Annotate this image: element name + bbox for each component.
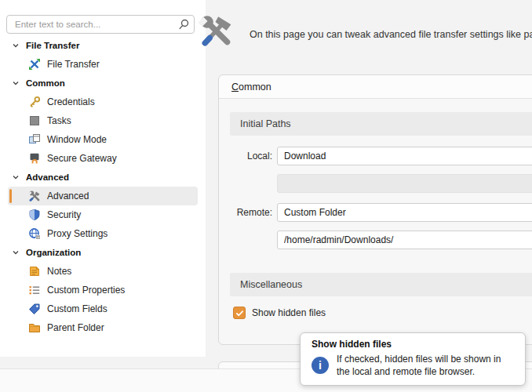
gateway-icon [28, 152, 41, 165]
tree-group-label: File Transfer [26, 41, 79, 50]
info-icon: i [312, 357, 329, 374]
sidebar-item-label: Security [47, 209, 81, 220]
chevron-down-icon [12, 79, 20, 87]
remote-label: Remote: [219, 203, 272, 222]
section-title: Initial Paths [230, 118, 291, 129]
common-group-box: Common Initial Paths Local: Remote: Misc… [218, 74, 532, 345]
show-hidden-files-label[interactable]: Show hidden files [252, 306, 326, 320]
sidebar-item-label: Advanced [47, 191, 89, 201]
sidebar-item-security[interactable]: Security [0, 205, 206, 224]
local-label: Local: [219, 147, 272, 165]
tasks-square-icon [28, 114, 41, 127]
chevron-down-icon [12, 42, 20, 49]
page-description: On this page you can tweak advanced file… [250, 29, 532, 40]
tree-group-label: Common [26, 78, 65, 88]
search-box[interactable] [6, 15, 195, 34]
transfer-arrows-icon [28, 58, 41, 71]
sidebar-item-label: Parent Folder [47, 322, 104, 333]
tree-group-file-transfer[interactable]: File Transfer [0, 36, 206, 55]
tools-icon [28, 190, 41, 202]
sidebar-item-label: File Transfer [47, 59, 100, 70]
sidebar-item-custom-fields[interactable]: Custom Fields [0, 299, 206, 318]
tree-group-common[interactable]: Common [0, 74, 206, 93]
local-path-input[interactable] [277, 147, 532, 165]
remote-folder-select[interactable] [277, 203, 532, 222]
tree-group-advanced[interactable]: Advanced [0, 168, 206, 187]
sidebar-item-custom-properties[interactable]: Custom Properties [0, 281, 206, 299]
tree-group-organization[interactable]: Organization [0, 243, 206, 262]
windows-icon [28, 133, 41, 146]
sidebar-item-label: Custom Properties [47, 285, 125, 296]
tooltip-title: Show hidden files [312, 338, 516, 351]
tab-common[interactable]: Common [219, 75, 532, 99]
tools-header-icon [198, 13, 234, 49]
tree-group-label: Advanced [26, 172, 69, 182]
sidebar: File Transfer File Transfer Common Crede… [0, 0, 206, 357]
tag-icon [28, 303, 41, 315]
sidebar-item-tasks[interactable]: Tasks [0, 111, 206, 130]
sidebar-item-parent-folder[interactable]: Parent Folder [0, 318, 206, 337]
chevron-down-icon [12, 173, 20, 181]
section-miscellaneous: Miscellaneous [230, 273, 532, 296]
section-title: Miscellaneous [230, 279, 302, 290]
globe-icon [28, 227, 41, 240]
remote-custom-path-input[interactable] [277, 230, 532, 249]
sidebar-item-label: Secure Gateway [47, 153, 117, 164]
note-icon [28, 265, 41, 278]
show-hidden-files-tooltip: Show hidden files i If checked, hidden f… [300, 332, 526, 386]
local-custom-path-input [277, 174, 532, 193]
chevron-down-icon [12, 249, 20, 256]
selection-accent-bar [9, 189, 12, 203]
sidebar-item-label: Custom Fields [47, 303, 107, 314]
settings-window: File Transfer File Transfer Common Crede… [0, 0, 532, 392]
sidebar-item-label: Notes [47, 266, 71, 277]
sidebar-item-proxy-settings[interactable]: Proxy Settings [0, 224, 206, 243]
section-initial-paths: Initial Paths [230, 112, 532, 136]
sidebar-item-file-transfer[interactable]: File Transfer [0, 55, 206, 74]
sidebar-item-label: Tasks [47, 115, 71, 126]
tab-common-label: Common [219, 82, 271, 93]
sidebar-item-credentials[interactable]: Credentials [0, 93, 206, 111]
sidebar-item-label: Credentials [47, 96, 95, 107]
folder-icon [28, 321, 41, 334]
sidebar-item-label: Proxy Settings [47, 228, 107, 239]
sidebar-item-advanced[interactable]: Advanced [8, 187, 198, 205]
sidebar-item-label: Window Mode [47, 134, 107, 145]
settings-tree: File Transfer File Transfer Common Crede… [0, 36, 206, 337]
list-icon [28, 284, 41, 296]
sidebar-item-notes[interactable]: Notes [0, 262, 206, 281]
checkmark-icon [235, 309, 244, 318]
key-icon [28, 96, 41, 108]
sidebar-item-window-mode[interactable]: Window Mode [0, 130, 206, 149]
search-input[interactable] [13, 19, 177, 30]
tooltip-body: If checked, hidden files will be shown i… [337, 353, 516, 378]
search-icon[interactable] [177, 18, 189, 31]
sidebar-item-secure-gateway[interactable]: Secure Gateway [0, 149, 206, 168]
tree-group-label: Organization [26, 248, 81, 257]
shield-icon [28, 209, 41, 221]
show-hidden-files-checkbox[interactable] [233, 307, 246, 319]
